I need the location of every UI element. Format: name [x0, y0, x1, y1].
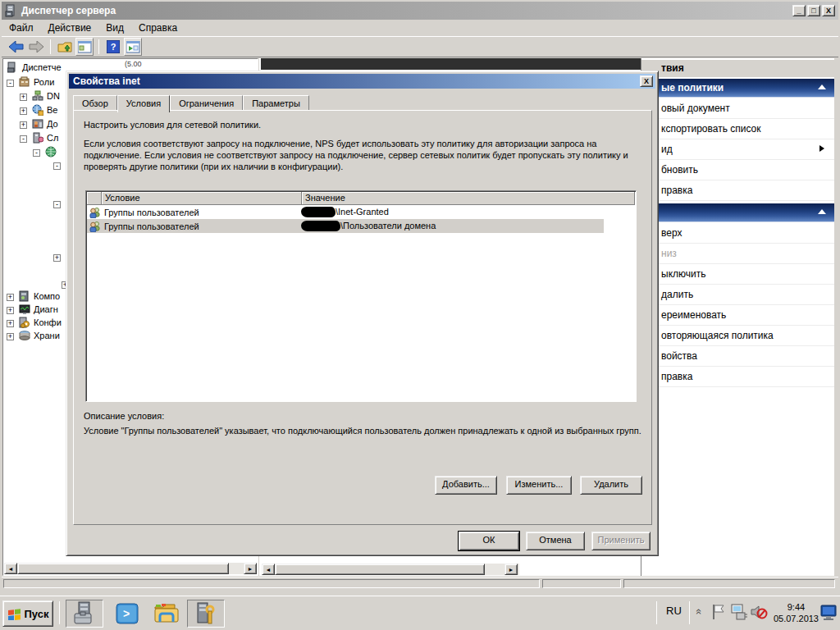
- tree-item-configuration[interactable]: Конфи: [19, 317, 62, 328]
- action-rename[interactable]: ереименовать: [641, 305, 834, 326]
- action-export-list[interactable]: кспортировать список: [641, 119, 834, 139]
- action-properties[interactable]: войства: [641, 346, 834, 367]
- expander-plus[interactable]: +: [7, 294, 14, 301]
- dialog-close-button[interactable]: X: [640, 75, 653, 87]
- expander-minus[interactable]: -: [33, 149, 40, 157]
- expander-plus[interactable]: +: [7, 333, 14, 340]
- volume-muted-icon[interactable]: [750, 603, 768, 621]
- console-tree-toggle[interactable]: [75, 38, 94, 56]
- show-hide-console-icon[interactable]: [124, 38, 142, 56]
- expander-plus[interactable]: +: [7, 320, 14, 327]
- menu-action[interactable]: Действие: [41, 20, 99, 36]
- taskbar-explorer[interactable]: [148, 600, 185, 628]
- action-help-2[interactable]: правка: [641, 367, 834, 387]
- scroll-right-arrow[interactable]: ►: [244, 563, 257, 574]
- add-button[interactable]: Добавить...: [435, 476, 497, 495]
- collapse-arrow-icon[interactable]: [818, 209, 826, 214]
- network-policy-icon: [32, 132, 43, 144]
- column-header-condition[interactable]: Условие: [102, 192, 302, 205]
- back-button[interactable]: [7, 38, 25, 56]
- server-manager-taskbar-icon: [72, 601, 97, 626]
- edit-button[interactable]: Изменить...: [506, 476, 572, 495]
- tree-item-features[interactable]: Компо: [19, 290, 60, 302]
- menu-file[interactable]: Файл: [2, 20, 41, 36]
- condition-row-2[interactable]: Группы пользователей \Пользователи домен…: [87, 219, 604, 233]
- tree-item-server-manager[interactable]: Диспетче: [7, 62, 62, 73]
- tree-horizontal-scrollbar[interactable]: ◄ ►: [3, 562, 258, 575]
- submenu-arrow-icon: [819, 145, 824, 152]
- minimize-button[interactable]: _: [792, 5, 806, 16]
- action-duplicate-policy[interactable]: овторяющаяся политика: [641, 326, 834, 346]
- help-icon[interactable]: ?: [104, 38, 122, 56]
- expander-minus[interactable]: -: [7, 80, 14, 87]
- action-move-up[interactable]: верх: [641, 223, 834, 244]
- tray-expand-chevron-icon[interactable]: «: [693, 609, 705, 614]
- action-disable[interactable]: ыключить: [641, 264, 834, 285]
- tree-item-storage[interactable]: Храни: [19, 330, 60, 341]
- expander-plus[interactable]: +: [7, 307, 14, 314]
- expander-plus[interactable]: +: [20, 107, 27, 115]
- svg-text:>: >: [123, 607, 130, 620]
- scroll-left-arrow[interactable]: ◄: [4, 563, 17, 574]
- action-view[interactable]: ид: [641, 139, 834, 160]
- forward-button[interactable]: [27, 38, 45, 56]
- delete-button[interactable]: Удалить: [580, 476, 642, 495]
- start-label: Пуск: [25, 606, 49, 622]
- tab-constraints[interactable]: Ограничения: [170, 95, 243, 111]
- tree-item-diagnostics[interactable]: Диагн: [19, 304, 58, 315]
- user-groups-icon: [89, 221, 101, 232]
- tree-item-npas[interactable]: Сл: [32, 132, 58, 144]
- action-help[interactable]: правка: [641, 180, 834, 201]
- action-center-flag-icon[interactable]: [710, 603, 727, 621]
- taskbar-server-manager[interactable]: [66, 600, 103, 628]
- results-horizontal-scrollbar[interactable]: ◄ ►: [261, 563, 520, 576]
- menu-view[interactable]: Вид: [98, 20, 131, 36]
- tree-item-roles[interactable]: Роли: [19, 76, 54, 88]
- section-header-network-policies[interactable]: ые политики: [641, 79, 834, 98]
- tree-item-ad-ds[interactable]: До: [32, 118, 58, 130]
- expander-plus[interactable]: +: [20, 94, 27, 101]
- menu-help[interactable]: Справка: [131, 20, 185, 36]
- condition-row-1[interactable]: Группы пользователей \Inet-Granted: [87, 205, 604, 219]
- cancel-button[interactable]: Отмена: [526, 532, 585, 550]
- action-new-document[interactable]: овый документ: [641, 98, 834, 119]
- action-delete[interactable]: далить: [641, 285, 834, 305]
- expander-minus[interactable]: -: [53, 162, 61, 170]
- status-field: [3, 579, 540, 588]
- expander-plus[interactable]: +: [20, 121, 27, 129]
- scroll-thumb[interactable]: [275, 564, 485, 575]
- column-header-icon[interactable]: [87, 192, 102, 205]
- tab-conditions[interactable]: Условия: [117, 95, 170, 112]
- tree-item-web-server[interactable]: Ве: [32, 104, 57, 116]
- expander-plus[interactable]: +: [53, 254, 61, 262]
- diagnostics-icon: [19, 304, 30, 315]
- expander-minus[interactable]: -: [20, 135, 27, 143]
- expander-minus[interactable]: -: [53, 201, 61, 208]
- scroll-left-arrow[interactable]: ◄: [262, 564, 275, 575]
- network-icon[interactable]: [730, 603, 748, 621]
- taskbar: Пуск > RU « 9:44 05.07.2013: [0, 596, 840, 630]
- up-level-icon[interactable]: [56, 38, 74, 56]
- maximize-button[interactable]: □: [807, 5, 820, 16]
- ok-button[interactable]: ОК: [459, 532, 519, 550]
- tray-clock[interactable]: 9:44 05.07.2013: [774, 601, 819, 624]
- tab-overview[interactable]: Обзор: [73, 95, 117, 111]
- scroll-thumb[interactable]: [17, 563, 229, 574]
- policy-description-paragraph: Если условия соответствуют запросу на по…: [84, 138, 638, 172]
- tree-item-dns[interactable]: DN: [32, 90, 60, 102]
- scroll-right-arrow[interactable]: ►: [504, 564, 518, 575]
- language-indicator[interactable]: RU: [666, 605, 682, 617]
- toolbar-separator: [50, 39, 51, 54]
- taskbar-powershell[interactable]: >: [108, 600, 146, 628]
- column-header-value[interactable]: Значение: [302, 192, 635, 205]
- section-header-policy[interactable]: [641, 203, 834, 222]
- show-desktop-icon[interactable]: [820, 605, 838, 621]
- collapse-arrow-icon[interactable]: [818, 84, 826, 89]
- taskbar-server-tool[interactable]: [187, 600, 225, 628]
- tab-settings[interactable]: Параметры: [243, 95, 309, 111]
- conditions-list[interactable]: Условие Значение Группы пользователей \I…: [85, 190, 637, 402]
- start-button[interactable]: Пуск: [2, 600, 53, 627]
- action-refresh[interactable]: бновить: [641, 160, 834, 180]
- tree-item-nps-server[interactable]: [45, 146, 57, 158]
- close-button[interactable]: X: [822, 5, 835, 16]
